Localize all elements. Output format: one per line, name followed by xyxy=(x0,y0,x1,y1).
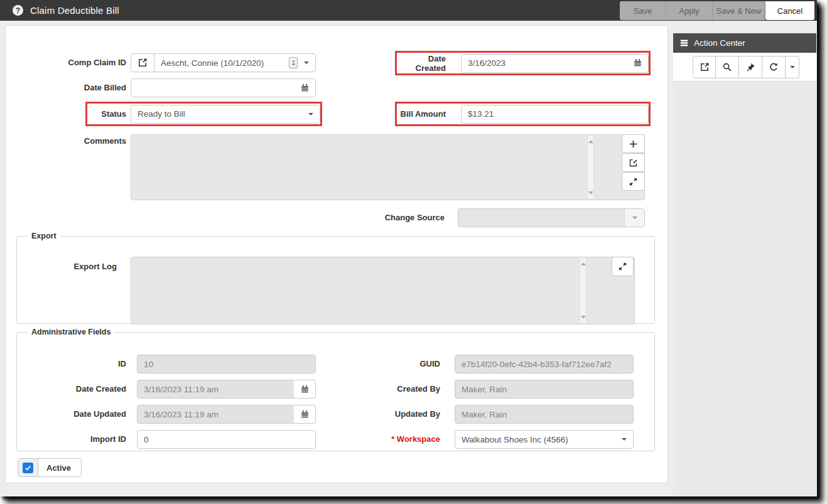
guid-field xyxy=(455,355,634,373)
status-label: Status xyxy=(87,109,126,119)
contact-card-icon xyxy=(289,57,298,68)
guid-label: GUID xyxy=(300,355,440,373)
comp-claim-id-dropdown-arrow[interactable] xyxy=(298,54,315,72)
scroll-up-icon[interactable] xyxy=(588,140,593,143)
workspace-dropdown[interactable]: Walkabout Shoes Inc (4566) xyxy=(455,430,634,449)
calendar-icon[interactable] xyxy=(627,55,648,72)
date-created-input[interactable] xyxy=(462,55,627,72)
date-created-label: Date Created xyxy=(397,54,446,73)
pin-button[interactable] xyxy=(739,56,762,78)
comments-scrollbar[interactable] xyxy=(587,136,594,199)
active-checkbox-group: Active xyxy=(18,458,82,477)
status-highlight: Status Ready to Bill xyxy=(85,102,322,126)
scroll-down-icon[interactable] xyxy=(581,316,586,319)
form-panel: Comp Claim ID Aescht, Connie (10/1/2020)… xyxy=(5,25,668,483)
action-center-title: Action Center xyxy=(694,38,745,48)
pin-icon xyxy=(745,62,755,72)
bill-amount-field[interactable] xyxy=(461,105,649,124)
plus-icon xyxy=(629,139,638,149)
date-updated-input xyxy=(138,405,294,423)
workspace-label: * Workspace xyxy=(300,430,440,449)
administrative-fields-section: Administrative Fields ID Date Created Da… xyxy=(16,328,655,451)
date-created-field[interactable] xyxy=(461,54,649,73)
apply-button[interactable]: Apply xyxy=(666,1,713,20)
date-created-highlight: Date Created xyxy=(395,51,651,75)
status-dropdown-arrow[interactable] xyxy=(302,105,320,123)
content-area: Comp Claim ID Aescht, Connie (10/1/2020)… xyxy=(0,21,817,496)
edit-icon xyxy=(629,158,638,168)
date-billed-input[interactable] xyxy=(131,79,294,97)
export-log-textarea[interactable] xyxy=(131,257,635,324)
workspace-value: Walkabout Shoes Inc (4566) xyxy=(455,435,615,444)
header-button-group: Save Apply Save & New Cancel xyxy=(620,1,814,20)
bill-amount-label: Bill Amount xyxy=(397,109,446,119)
admin-date-created-label: Date Created xyxy=(17,380,126,399)
change-source-label: Change Source xyxy=(282,208,445,227)
export-section: Export Export Log xyxy=(16,232,655,324)
date-billed-field[interactable] xyxy=(131,78,316,97)
save-button[interactable]: Save xyxy=(620,1,666,20)
admin-date-created-input xyxy=(138,380,294,398)
id-label: ID xyxy=(17,355,126,373)
comp-claim-id-label: Comp Claim ID xyxy=(6,53,126,72)
comments-label: Comments xyxy=(6,136,126,146)
bill-amount-highlight: Bill Amount xyxy=(395,102,651,126)
import-id-field[interactable] xyxy=(137,430,316,449)
comments-add-button[interactable] xyxy=(622,134,645,153)
updated-by-input xyxy=(455,405,633,423)
comments-textarea[interactable] xyxy=(131,134,645,200)
open-record-icon[interactable] xyxy=(131,54,154,72)
status-dropdown[interactable]: Ready to Bill xyxy=(131,105,320,124)
calendar-icon[interactable] xyxy=(294,79,315,97)
refresh-icon xyxy=(769,62,779,72)
help-icon[interactable]: ? xyxy=(13,5,23,16)
status-value: Ready to Bill xyxy=(131,109,302,119)
open-in-new-button[interactable] xyxy=(693,56,716,78)
bill-amount-input[interactable] xyxy=(462,105,648,123)
created-by-input xyxy=(455,380,633,398)
chevron-down-icon xyxy=(790,66,795,68)
more-actions-button[interactable] xyxy=(786,56,799,78)
import-id-input[interactable] xyxy=(138,431,315,448)
open-in-new-icon xyxy=(700,62,710,72)
admin-date-created-field xyxy=(137,380,316,399)
checkmark-icon xyxy=(23,463,33,473)
cancel-button[interactable]: Cancel xyxy=(765,1,814,20)
comments-edit-button[interactable] xyxy=(622,153,645,172)
date-updated-field xyxy=(137,405,316,424)
action-center-icon xyxy=(679,38,689,48)
workspace-dropdown-arrow[interactable] xyxy=(615,431,633,448)
updated-by-label: Updated By xyxy=(300,405,440,424)
export-log-label: Export Log xyxy=(17,262,117,271)
refresh-button[interactable] xyxy=(762,56,786,78)
search-icon xyxy=(722,62,732,72)
comp-claim-id-value: Aescht, Connie (10/1/2020) xyxy=(154,58,289,68)
guid-input xyxy=(455,355,633,373)
export-log-scrollbar[interactable] xyxy=(580,258,586,323)
expand-icon xyxy=(629,177,638,186)
active-checkbox[interactable] xyxy=(18,459,38,476)
save-and-new-button[interactable]: Save & New xyxy=(713,1,765,20)
date-updated-label: Date Updated xyxy=(17,405,126,424)
action-center-button-group xyxy=(693,56,799,78)
export-legend: Export xyxy=(28,232,60,240)
administrative-fields-legend: Administrative Fields xyxy=(28,328,114,336)
app-window: ? Claim Deductible Bill Save Apply Save … xyxy=(0,0,817,496)
active-label: Active xyxy=(38,459,81,476)
export-log-expand-button[interactable] xyxy=(612,257,634,276)
date-billed-label: Date Billed xyxy=(6,78,126,97)
title-bar: ? Claim Deductible Bill Save Apply Save … xyxy=(0,0,817,21)
scroll-up-icon[interactable] xyxy=(581,262,586,265)
created-by-label: Created By xyxy=(300,380,440,399)
created-by-field xyxy=(455,380,634,399)
comments-expand-button[interactable] xyxy=(622,172,645,191)
comp-claim-id-combo[interactable]: Aescht, Connie (10/1/2020) xyxy=(131,53,316,72)
scroll-down-icon[interactable] xyxy=(588,191,593,195)
search-button[interactable] xyxy=(716,56,739,78)
id-input xyxy=(138,355,315,373)
required-marker: * xyxy=(391,434,394,444)
action-center-header: Action Center xyxy=(673,33,816,53)
import-id-label: Import ID xyxy=(17,430,126,449)
action-center-body xyxy=(673,82,816,495)
page-title: Claim Deductible Bill xyxy=(30,5,119,16)
